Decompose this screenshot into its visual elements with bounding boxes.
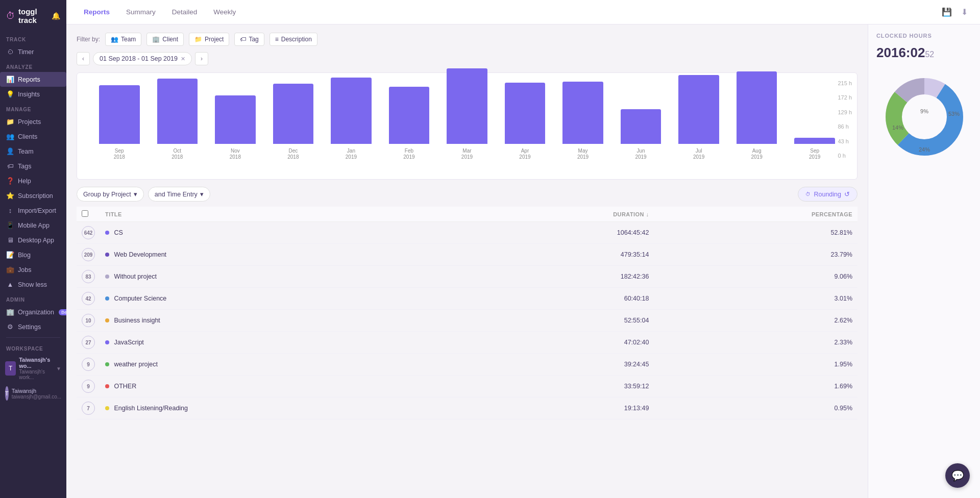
sidebar-item-blog[interactable]: 📝 Blog [0,247,66,262]
filter-tag-button[interactable]: 🏷 Tag [234,33,264,46]
table-row[interactable]: 642 CS 1064:45:42 52.81% [77,222,857,244]
group-by-chevron: ▾ [134,190,137,198]
sidebar-item-import-export[interactable]: ↕ Import/Export [0,203,66,218]
select-all-checkbox[interactable] [82,210,88,217]
table-row[interactable]: 83 Without project 182:42:36 9.06% [77,266,857,288]
clients-icon: 👥 [6,133,14,140]
sidebar-item-show-less[interactable]: ▲ Show less [0,277,66,292]
mobile-app-icon: 📱 [6,221,14,229]
row-count: 9 [77,354,100,376]
entry-count-badge: 7 [82,402,95,415]
chart-col[interactable]: Jun2019 [612,109,670,160]
project-name: weather project [114,361,157,368]
sidebar-item-organization[interactable]: 🏢 Organization Beta [0,305,66,319]
chart-month-label: Jan2019 [346,148,357,160]
sidebar-item-subscription[interactable]: ⭐ Subscription [0,188,66,203]
y-label-172: 172 h [838,94,852,101]
sidebar-item-tags[interactable]: 🏷 Tags [0,159,66,173]
chart-col[interactable]: Mar2019 [438,68,496,160]
row-count: 10 [77,310,100,332]
group-by-button[interactable]: Group by Project ▾ [77,187,144,202]
sidebar-item-label-tags: Tags [18,163,31,170]
sidebar-item-team[interactable]: 👤 Team [0,144,66,159]
tab-summary[interactable]: Summary [119,5,163,19]
chart-col[interactable]: Aug2019 [728,71,786,160]
team-filter-icon: 👥 [111,36,118,43]
right-panel: CLOCKED HOURS 2016:0252 [868,24,980,498]
date-range-pill[interactable]: 01 Sep 2018 - 01 Sep 2019 ✕ [93,52,192,65]
user-email: taiwansjh@gmail.co... [12,394,61,400]
organization-icon: 🏢 [6,308,14,316]
chart-bar [99,85,139,144]
description-filter-icon: ≡ [275,36,279,43]
chart-col[interactable]: Jan2019 [322,78,380,160]
group-by-label: Group by Project [83,191,131,198]
sidebar-item-reports[interactable]: 📊 Reports [0,72,66,87]
date-next-button[interactable]: › [195,52,208,65]
y-label-0: 0 h [838,153,852,159]
chart-col[interactable]: Oct2018 [149,79,207,160]
svg-text:9%: 9% [920,108,928,114]
table-row[interactable]: 9 OTHER 33:59:12 1.69% [77,376,857,397]
save-icon[interactable]: 💾 [940,5,954,19]
sidebar-item-projects[interactable]: 📁 Projects [0,114,66,129]
rounding-button[interactable]: ⏱ Rounding ↺ [798,187,857,202]
table-row[interactable]: 27 JavaScript 47:02:40 2.33% [77,332,857,354]
chart-col[interactable]: Apr2019 [496,83,554,160]
subscription-icon: ⭐ [6,192,14,200]
table-row[interactable]: 209 Web Development 479:35:14 23.79% [77,244,857,266]
row-count: 27 [77,332,100,354]
timer-icon: ⏲ [6,48,14,56]
filter-client-button[interactable]: 🏢 Client [146,33,184,46]
th-title: TITLE [100,207,471,222]
project-color-dot [105,296,109,301]
tab-reports[interactable]: Reports [77,5,117,19]
table-row[interactable]: 42 Computer Science 60:40:18 3.01% [77,288,857,310]
sidebar-item-mobile-app[interactable]: 📱 Mobile App [0,218,66,233]
sidebar-item-label-organization: Organization [18,309,54,316]
chat-button[interactable]: 💬 [945,463,970,488]
chart-bar [621,109,661,144]
jobs-icon: 💼 [6,266,14,273]
sidebar-item-help[interactable]: ❓ Help [0,173,66,188]
sidebar-item-label-subscription: Subscription [18,192,53,200]
chart-col[interactable]: Sep2019 [786,138,844,160]
clocked-hours-value-row: 2016:0252 [876,45,972,61]
chart-month-label: Sep2019 [809,148,820,160]
workspace-selector[interactable]: T Taiwansjh's wo... Taiwansjh's work... … [0,354,66,383]
sidebar-item-settings[interactable]: ⚙ Settings [0,319,66,334]
tab-detailed[interactable]: Detailed [165,5,205,19]
sidebar-item-insights[interactable]: 💡 Insights [0,87,66,102]
sidebar-item-clients[interactable]: 👥 Clients [0,129,66,144]
tab-weekly[interactable]: Weekly [206,5,243,19]
row-percentage: 52.81% [654,222,857,244]
date-prev-button[interactable]: ‹ [77,52,90,65]
table-row[interactable]: 9 weather project 39:24:45 1.95% [77,354,857,376]
chart-col[interactable]: Sep2018 [90,85,149,160]
table-row[interactable]: 7 English Listening/Reading 19:13:49 0.9… [77,397,857,419]
chart-col[interactable]: Jul2019 [670,75,728,160]
chart-col[interactable]: Nov2018 [206,95,264,160]
chart-month-label: Jun2019 [635,148,646,160]
filter-project-button[interactable]: 📁 Project [189,33,229,46]
project-color-dot [105,318,109,322]
table-row[interactable]: 10 Business insight 52:55:04 2.62% [77,310,857,332]
filter-description-button[interactable]: ≡ Description [270,33,317,46]
notification-bell[interactable]: 🔔 [52,12,60,20]
download-icon[interactable]: ⬇ [959,5,970,19]
date-range-close[interactable]: ✕ [181,56,185,62]
chart-col[interactable]: Feb2019 [380,87,438,160]
chart-col[interactable]: May2019 [554,82,612,160]
chart-col[interactable]: Dec2018 [264,84,323,160]
chart-month-label: Feb2019 [403,148,414,160]
time-entry-button[interactable]: and Time Entry ▾ [148,187,210,202]
entry-count-badge: 209 [82,248,95,261]
filter-team-button[interactable]: 👥 Team [105,33,141,46]
sidebar-item-jobs[interactable]: 💼 Jobs [0,262,66,277]
workspace-sub: Taiwansjh's work... [19,369,53,380]
workspace-info: Taiwansjh's wo... Taiwansjh's work... [19,357,53,380]
sidebar-item-desktop-app[interactable]: 🖥 Desktop App [0,233,66,247]
project-color-dot [105,384,109,388]
svg-text:24%: 24% [918,146,929,153]
sidebar-item-timer[interactable]: ⏲ Timer [0,44,66,59]
